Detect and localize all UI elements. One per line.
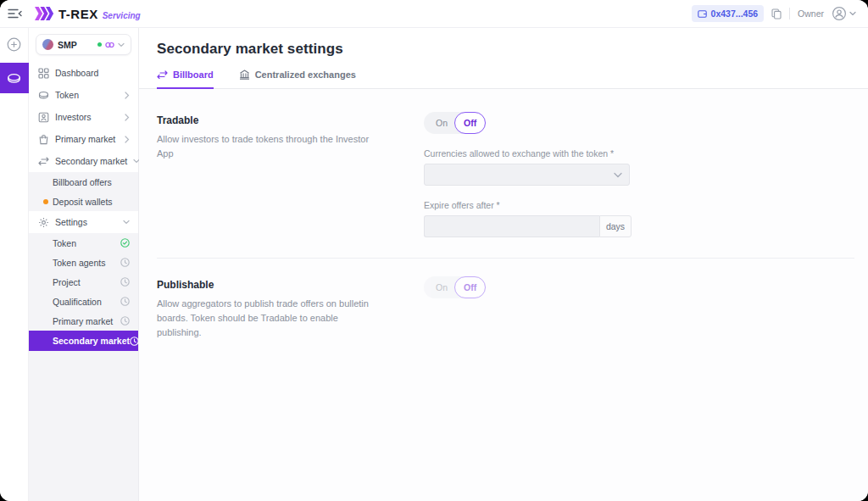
expire-input-group: days bbox=[424, 215, 632, 237]
clock-icon bbox=[120, 258, 130, 267]
add-token-button[interactable] bbox=[7, 37, 21, 52]
toggle-on-option[interactable]: On bbox=[424, 118, 457, 128]
token-selector[interactable]: SMP bbox=[36, 34, 131, 55]
toggle-off-option: Off bbox=[454, 276, 486, 298]
sidebar-item-label: Primary market bbox=[55, 134, 115, 144]
publishable-title: Publishable bbox=[157, 279, 424, 291]
token-avatar bbox=[42, 39, 53, 50]
sidebar-item-label: Settings bbox=[55, 217, 87, 227]
tradable-title: Tradable bbox=[157, 114, 424, 126]
sidebar-item-secondary-market[interactable]: Secondary market bbox=[29, 150, 138, 172]
token-symbol: SMP bbox=[58, 40, 77, 50]
settings-submenu: Token Token agents bbox=[29, 233, 138, 501]
gear-icon bbox=[38, 217, 49, 228]
tab-centralized-exchanges[interactable]: Centralized exchanges bbox=[239, 70, 356, 89]
chevron-right-icon bbox=[125, 92, 130, 99]
publishable-section: Publishable Allow aggregators to publish… bbox=[157, 276, 854, 340]
sidebar-item-investors[interactable]: Investors bbox=[29, 106, 138, 128]
page-title: Secondary market settings bbox=[157, 41, 868, 58]
swap-arrows-icon bbox=[157, 70, 168, 79]
shopping-bag-icon bbox=[38, 134, 49, 145]
expire-suffix: days bbox=[599, 215, 632, 237]
copy-icon[interactable] bbox=[771, 8, 782, 19]
app-rail bbox=[0, 28, 29, 501]
role-label: Owner bbox=[798, 8, 824, 19]
chevron-right-icon bbox=[125, 114, 130, 121]
rail-item-token-active[interactable] bbox=[0, 63, 29, 93]
trex-logo-icon bbox=[35, 7, 54, 20]
tradable-section: Tradable Allow investors to trade tokens… bbox=[157, 112, 854, 237]
tab-label: Billboard bbox=[173, 70, 214, 80]
brand-name: T-REX bbox=[58, 7, 98, 21]
bank-icon bbox=[239, 70, 250, 80]
main-content: Secondary market settings Billboard bbox=[139, 28, 868, 501]
investors-icon bbox=[38, 112, 49, 123]
page-header: Secondary market settings Billboard bbox=[139, 28, 868, 89]
clock-icon bbox=[130, 337, 139, 346]
notification-dot bbox=[43, 199, 48, 204]
sidebar-item-dashboard[interactable]: Dashboard bbox=[29, 62, 138, 84]
chevron-down-icon bbox=[614, 172, 622, 178]
account-menu[interactable] bbox=[832, 6, 856, 21]
avatar-icon bbox=[832, 6, 847, 21]
tradable-toggle[interactable]: On Off bbox=[424, 112, 486, 134]
wallet-address: 0x437...456 bbox=[711, 8, 758, 19]
sidebar-item-label: Secondary market bbox=[53, 336, 130, 346]
plus-circle-icon bbox=[7, 37, 21, 52]
clock-icon bbox=[120, 297, 130, 306]
dashboard-icon bbox=[38, 68, 49, 79]
sidebar-item-settings-qualification[interactable]: Qualification bbox=[29, 292, 138, 311]
wallet-address-badge[interactable]: 0x437...456 bbox=[692, 5, 764, 22]
chevron-right-icon bbox=[125, 136, 130, 143]
publishable-toggle: On Off bbox=[424, 276, 486, 298]
expire-input[interactable] bbox=[424, 215, 599, 237]
clock-icon bbox=[120, 316, 130, 326]
chevron-down-icon bbox=[849, 11, 856, 16]
sidebar-item-label: Deposit wallets bbox=[53, 197, 113, 207]
sidebar-item-primary-market[interactable]: Primary market bbox=[29, 128, 138, 150]
sidebar-item-label: Dashboard bbox=[55, 68, 98, 78]
clock-icon bbox=[120, 277, 130, 287]
sidebar-item-deposit-wallets[interactable]: Deposit wallets bbox=[29, 192, 138, 211]
tab-billboard[interactable]: Billboard bbox=[157, 70, 214, 89]
app-logo: T-REX Servicing bbox=[35, 7, 141, 21]
sidebar-item-billboard-offers[interactable]: Billboard offers bbox=[29, 172, 138, 192]
sidebar-collapse-icon[interactable] bbox=[0, 0, 29, 28]
sidebar-item-settings-project[interactable]: Project bbox=[29, 272, 138, 292]
token-status-dot bbox=[97, 42, 102, 47]
sidebar-item-settings-token-agents[interactable]: Token agents bbox=[29, 253, 138, 272]
chevron-down-icon bbox=[123, 220, 130, 225]
check-circle-icon bbox=[120, 238, 130, 248]
publishable-description: Allow aggregators to publish trade offer… bbox=[157, 297, 384, 340]
tradable-description: Allow investors to trade tokens through … bbox=[157, 132, 384, 161]
coin-icon bbox=[38, 91, 49, 100]
sidebar-item-label: Qualification bbox=[53, 297, 102, 307]
settings-form: Tradable Allow investors to trade tokens… bbox=[139, 89, 868, 340]
link-icon bbox=[105, 42, 114, 48]
toggle-on-option: On bbox=[424, 282, 457, 292]
top-bar: T-REX Servicing 0x437...456 Owner bbox=[0, 0, 868, 28]
sidebar-item-label: Project bbox=[53, 277, 81, 287]
currencies-select[interactable] bbox=[424, 164, 630, 186]
sidebar-item-settings[interactable]: Settings bbox=[29, 211, 138, 233]
sidebar-item-settings-primary-market[interactable]: Primary market bbox=[29, 311, 138, 331]
sidebar-item-settings-secondary-market[interactable]: Secondary market bbox=[29, 331, 138, 351]
chevron-down-icon bbox=[118, 42, 125, 47]
sidebar-item-label: Token bbox=[53, 238, 76, 248]
swap-arrows-icon bbox=[38, 157, 49, 165]
coin-icon bbox=[7, 73, 21, 84]
sidebar-item-label: Secondary market bbox=[55, 156, 127, 166]
tab-bar: Billboard Centralized exchanges bbox=[157, 70, 868, 88]
secondary-market-submenu: Billboard offers Deposit wallets bbox=[29, 172, 138, 211]
sidebar-item-label: Token agents bbox=[53, 258, 105, 268]
section-divider bbox=[157, 258, 854, 259]
sidebar-item-label: Primary market bbox=[53, 316, 113, 326]
sidebar-item-token[interactable]: Token bbox=[29, 84, 138, 106]
sidebar: SMP bbox=[29, 28, 139, 501]
expire-label: Expire offers after * bbox=[424, 200, 854, 210]
currencies-label: Currencies allowed to exchange with the … bbox=[424, 148, 854, 159]
toggle-off-option[interactable]: Off bbox=[454, 112, 486, 134]
tab-label: Centralized exchanges bbox=[255, 70, 356, 80]
sidebar-item-settings-token[interactable]: Token bbox=[29, 233, 138, 253]
sidebar-item-label: Billboard offers bbox=[53, 177, 112, 187]
